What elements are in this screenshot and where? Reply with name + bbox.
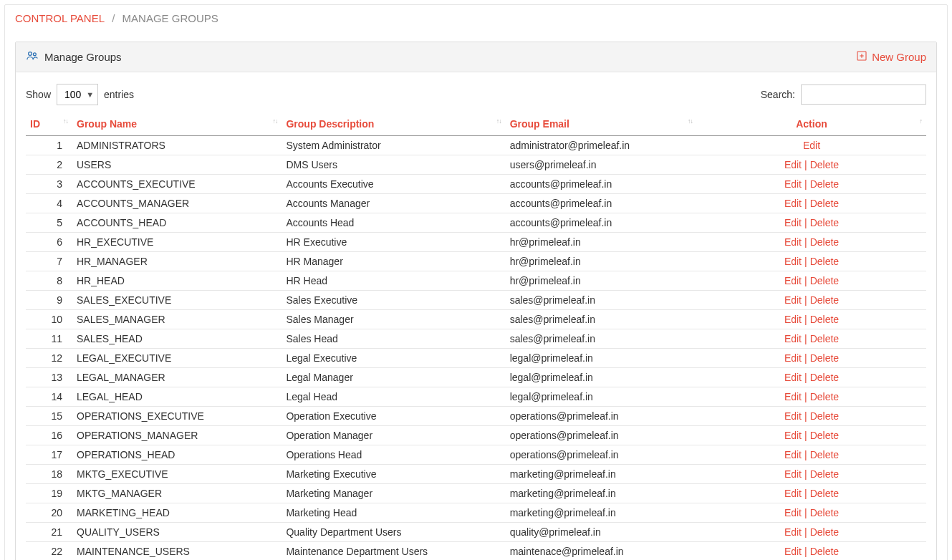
cell-group-email: legal@primeleaf.in xyxy=(506,387,697,407)
delete-link[interactable]: Delete xyxy=(810,352,839,364)
delete-link[interactable]: Delete xyxy=(810,410,839,422)
breadcrumb-root[interactable]: CONTROL PANEL xyxy=(15,12,105,24)
table-row: 11SALES_HEADSales Headsales@primeleaf.in… xyxy=(26,329,926,349)
edit-link[interactable]: Edit xyxy=(784,352,802,364)
breadcrumb-separator: / xyxy=(107,12,119,24)
edit-link[interactable]: Edit xyxy=(784,314,802,325)
cell-group-email: marketing@primeleaf.in xyxy=(506,484,697,503)
cell-group-desc: Operation Executive xyxy=(282,407,505,426)
edit-link[interactable]: Edit xyxy=(784,236,802,248)
action-divider: | xyxy=(802,507,810,518)
cell-action: Edit|Delete xyxy=(697,175,926,194)
edit-link[interactable]: Edit xyxy=(784,294,802,306)
table-row: 14LEGAL_HEADLegal Headlegal@primeleaf.in… xyxy=(26,387,926,407)
delete-link[interactable]: Delete xyxy=(810,294,839,306)
delete-link[interactable]: Delete xyxy=(810,217,839,228)
cell-action: Edit|Delete xyxy=(697,155,926,175)
delete-link[interactable]: Delete xyxy=(810,488,839,499)
cell-group-desc: HR Manager xyxy=(282,252,505,271)
edit-link[interactable]: Edit xyxy=(784,546,802,557)
cell-group-email: operations@primeleaf.in xyxy=(506,426,697,445)
cell-group-name: MARKETING_HEAD xyxy=(72,503,282,523)
col-header-action[interactable]: Action↑ xyxy=(697,112,926,136)
cell-group-email: marketing@primeleaf.in xyxy=(506,503,697,523)
cell-group-name: LEGAL_HEAD xyxy=(72,387,282,407)
cell-group-name: SALES_MANAGER xyxy=(72,310,282,329)
action-divider: | xyxy=(802,159,810,170)
cell-action: Edit|Delete xyxy=(697,252,926,271)
edit-link[interactable]: Edit xyxy=(784,275,802,286)
cell-action: Edit|Delete xyxy=(697,407,926,426)
edit-link[interactable]: Edit xyxy=(784,526,802,538)
cell-group-name: OPERATIONS_EXECUTIVE xyxy=(72,407,282,426)
edit-link[interactable]: Edit xyxy=(784,217,802,228)
cell-group-name: MAINTENANCE_USERS xyxy=(72,542,282,561)
edit-link[interactable]: Edit xyxy=(784,178,802,190)
col-header-id[interactable]: ID↑↓ xyxy=(26,112,72,136)
delete-link[interactable]: Delete xyxy=(810,314,839,325)
cell-group-name: OPERATIONS_HEAD xyxy=(72,445,282,465)
col-header-name[interactable]: Group Name↑↓ xyxy=(72,112,282,136)
cell-group-desc: Operations Head xyxy=(282,445,505,465)
cell-action: Edit|Delete xyxy=(697,368,926,387)
cell-group-desc: Accounts Head xyxy=(282,213,505,233)
edit-link[interactable]: Edit xyxy=(803,140,820,151)
cell-group-email: accounts@primeleaf.in xyxy=(506,175,697,194)
col-header-email[interactable]: Group Email↑↓ xyxy=(506,112,697,136)
cell-group-email: accounts@primeleaf.in xyxy=(506,194,697,213)
delete-link[interactable]: Delete xyxy=(810,236,839,248)
delete-link[interactable]: Delete xyxy=(810,372,839,383)
edit-link[interactable]: Edit xyxy=(784,159,802,170)
edit-link[interactable]: Edit xyxy=(784,488,802,499)
edit-link[interactable]: Edit xyxy=(784,507,802,518)
delete-link[interactable]: Delete xyxy=(810,333,839,344)
delete-link[interactable]: Delete xyxy=(810,449,839,460)
edit-link[interactable]: Edit xyxy=(784,410,802,422)
edit-link[interactable]: Edit xyxy=(784,449,802,460)
cell-group-desc: DMS Users xyxy=(282,155,505,175)
cell-id: 12 xyxy=(26,349,72,368)
delete-link[interactable]: Delete xyxy=(810,546,839,557)
delete-link[interactable]: Delete xyxy=(810,159,839,170)
action-divider: | xyxy=(802,391,810,402)
delete-link[interactable]: Delete xyxy=(810,468,839,480)
table-row: 9SALES_EXECUTIVESales Executivesales@pri… xyxy=(26,291,926,310)
cell-action: Edit xyxy=(697,136,926,155)
cell-group-name: ACCOUNTS_EXECUTIVE xyxy=(72,175,282,194)
delete-link[interactable]: Delete xyxy=(810,526,839,538)
edit-link[interactable]: Edit xyxy=(784,198,802,209)
cell-group-desc: Legal Executive xyxy=(282,349,505,368)
delete-link[interactable]: Delete xyxy=(810,256,839,267)
col-header-desc[interactable]: Group Description↑↓ xyxy=(282,112,505,136)
action-divider: | xyxy=(802,333,810,344)
new-group-button[interactable]: New Group xyxy=(856,50,926,64)
search-input[interactable] xyxy=(801,85,926,105)
edit-link[interactable]: Edit xyxy=(784,391,802,402)
delete-link[interactable]: Delete xyxy=(810,391,839,402)
delete-link[interactable]: Delete xyxy=(810,275,839,286)
cell-id: 9 xyxy=(26,291,72,310)
cell-id: 4 xyxy=(26,194,72,213)
cell-action: Edit|Delete xyxy=(697,213,926,233)
action-divider: | xyxy=(802,236,810,248)
cell-group-desc: Legal Head xyxy=(282,387,505,407)
delete-link[interactable]: Delete xyxy=(810,198,839,209)
cell-group-name: QUALITY_USERS xyxy=(72,523,282,542)
edit-link[interactable]: Edit xyxy=(784,256,802,267)
cell-group-desc: Sales Manager xyxy=(282,310,505,329)
cell-group-email: administrator@primeleaf.in xyxy=(506,136,697,155)
sort-icon: ↑ xyxy=(920,118,923,124)
table-row: 3ACCOUNTS_EXECUTIVEAccounts Executiveacc… xyxy=(26,175,926,194)
length-select[interactable]: 100 xyxy=(57,84,98,105)
delete-link[interactable]: Delete xyxy=(810,507,839,518)
delete-link[interactable]: Delete xyxy=(810,178,839,190)
cell-id: 2 xyxy=(26,155,72,175)
edit-link[interactable]: Edit xyxy=(784,430,802,441)
cell-group-email: operations@primeleaf.in xyxy=(506,407,697,426)
edit-link[interactable]: Edit xyxy=(784,468,802,480)
edit-link[interactable]: Edit xyxy=(784,333,802,344)
cell-group-email: users@primeleaf.in xyxy=(506,155,697,175)
edit-link[interactable]: Edit xyxy=(784,372,802,383)
delete-link[interactable]: Delete xyxy=(810,430,839,441)
action-divider: | xyxy=(802,488,810,499)
